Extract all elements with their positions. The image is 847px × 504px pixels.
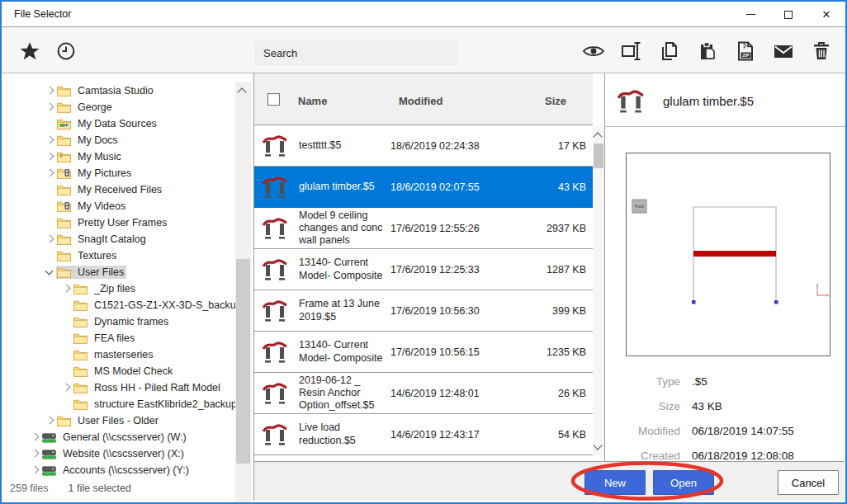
scroll-down-icon[interactable] [594,442,603,450]
tree-item-my-videos[interactable]: My Videos [2,198,235,214]
tree-item-ross-hh-piled-raft[interactable]: Ross HH - Piled Raft Model [2,379,235,396]
network-drive-icon [42,448,57,459]
open-button[interactable]: Open [653,470,714,495]
chevron-right-icon[interactable] [43,150,56,163]
email-icon [772,40,795,63]
minimize-icon [746,14,755,15]
folder-icon [73,332,88,344]
favorites-button[interactable] [17,38,43,64]
folder-tree: Camtasia Studio George My Data Sources M… [2,82,235,478]
scroll-up-icon[interactable] [594,130,603,139]
paste-icon [696,40,719,63]
tree-item-my-pictures[interactable]: My Pictures [2,165,235,181]
tree-item-george[interactable]: George [2,99,235,115]
column-header-modified[interactable]: Modified [399,95,442,107]
frame-file-icon [263,217,299,240]
file-row[interactable]: Frame at 13 June 2019.$5 17/6/2019 10:56… [254,290,593,332]
file-row[interactable]: testtttt.$5 18/6/2019 02:24:38 17 KB [254,125,593,167]
meta-modified: Modified 06/18/2019 14:07:55 [605,418,847,443]
tree-item-camtasia-studio[interactable]: Camtasia Studio [2,82,235,99]
file-row-selected[interactable]: glulam timber.$5 18/6/2019 02:07:55 43 K… [254,167,593,208]
tree-item-structure-eastklibride2[interactable]: structure EastKlibride2_backup [2,396,235,412]
tree-item-snagit-catalog[interactable]: SnagIt Catalog [2,231,235,247]
chevron-right-icon[interactable] [43,167,56,180]
tree-item-ms-model-check[interactable]: MS Model Check [2,363,235,379]
file-row[interactable]: 2019-06-12 _ Resin Anchor Option_offset.… [254,373,593,414]
glulam-beam [693,251,776,257]
chevron-spacer [59,348,73,361]
minimize-button[interactable] [731,2,769,27]
tree-item-masterseries[interactable]: masterseries [2,346,235,363]
frame-file-icon [263,299,299,323]
chevron-right-icon[interactable] [43,233,56,246]
tree-item-general-drive-w[interactable]: General (\\cscsserver) (W:) [2,429,235,445]
chevron-right-icon[interactable] [43,101,56,114]
file-list-scrollbar-thumb[interactable] [594,144,603,168]
file-row[interactable]: Model 9 ceiling changes and conc wall pa… [254,208,593,249]
close-button[interactable]: ✕ [807,2,845,27]
tree-item-accounts-drive-y[interactable]: Accounts (\\cscsserver) (Y:) [2,462,235,478]
zip-button[interactable]: ZIP [732,38,759,64]
frame-file-icon [263,176,299,199]
eye-icon [582,40,605,63]
tree-item-textures[interactable]: Textures [2,247,235,264]
chevron-right-icon[interactable] [28,464,41,477]
tree-item-my-data-sources[interactable]: My Data Sources [2,115,235,132]
chevron-right-icon[interactable] [28,447,41,460]
frame-file-icon [263,423,299,446]
tree-item-website-drive-x[interactable]: Website (\\cscsserver) (X:) [2,445,235,462]
folder-icon [73,398,88,410]
zip-icon: ZIP [734,40,757,63]
folder-icon [73,365,88,377]
star-icon [19,40,40,62]
file-row[interactable]: 13140- Current Model- Composite 17/6/201… [254,332,593,373]
email-button[interactable] [770,38,797,64]
new-button[interactable]: New [584,470,646,495]
tree-item-my-music[interactable]: ♪ My Music [2,148,235,165]
chevron-right-icon[interactable] [28,431,41,444]
folder-icon [57,266,72,278]
tree-item-dynamic-frames[interactable]: Dynamic frames [2,313,235,330]
preview-toggle-button[interactable] [580,38,607,64]
chevron-right-icon[interactable] [59,381,73,394]
chevron-right-icon[interactable] [59,282,73,295]
file-list-scrollbar[interactable] [593,125,604,455]
column-header-size[interactable]: Size [545,95,566,107]
recent-files-button[interactable] [53,38,79,64]
file-row[interactable]: Live load reduction.$5 14/6/2019 12:43:1… [254,414,593,455]
paste-button[interactable] [694,38,721,64]
tree-item-pretty-user-frames[interactable]: Pretty User Frames [2,214,235,231]
front-view-label: Front [635,205,644,209]
tree-item-my-received-files[interactable]: My Received Files [2,181,235,198]
rename-button[interactable] [618,38,645,64]
tree-scrollbar-thumb[interactable] [236,259,250,464]
delete-button[interactable] [808,38,835,64]
tree-item-user-files-older[interactable]: User Files - Older [2,412,235,429]
file-count: 259 files [10,483,49,494]
scroll-up-icon[interactable] [239,86,247,94]
chevron-right-icon[interactable] [43,84,56,97]
tree-item-fea-files[interactable]: FEA files [2,330,235,346]
file-row[interactable]: 13140- Current Model- Composite 17/6/201… [254,249,593,290]
maximize-button[interactable] [769,2,807,27]
chevron-right-icon[interactable] [43,414,56,427]
tree-item-c1521-backup[interactable]: C1521-GS-Z1-XX-3D-S_backup [2,297,235,313]
select-all-checkbox[interactable] [267,93,280,106]
tree-scrollbar[interactable] [235,82,251,504]
tree-item-zip-files[interactable]: _Zip files [2,280,235,297]
column-header-name[interactable]: Name [298,95,327,107]
folder-icon [73,316,88,327]
chevron-down-icon[interactable] [43,266,56,279]
copy-button[interactable] [656,38,683,64]
tree-item-my-docs[interactable]: My Docs [2,132,235,148]
cancel-button[interactable]: Cancel [778,470,839,495]
folder-tree-panel: Camtasia Studio George My Data Sources M… [2,73,253,501]
search-input[interactable]: Search [255,40,457,65]
folder-icon [57,134,72,146]
chevron-right-icon[interactable] [43,134,56,147]
search-placeholder: Search [263,47,297,59]
meta-type: Type .$5 [605,369,847,393]
front-view-button[interactable]: Front [632,200,646,213]
network-drive-icon [42,431,57,443]
tree-item-user-files[interactable]: User Files [2,264,235,280]
